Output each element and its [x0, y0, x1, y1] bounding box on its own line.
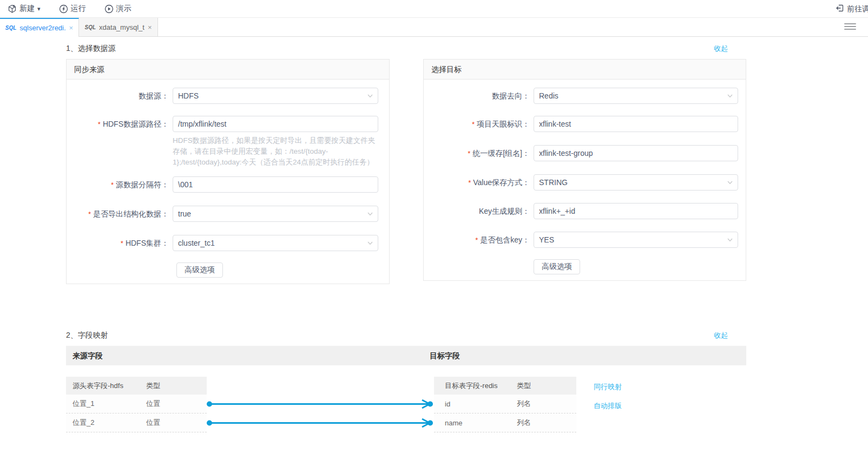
source-panel-title: 同步来源 — [67, 60, 389, 80]
target-fields-header: 目标字段 — [430, 346, 460, 365]
hdfs-cluster-select[interactable]: cluster_tc1 — [173, 235, 378, 251]
demo-button-label: 演示 — [116, 4, 131, 14]
datasource-select[interactable]: HDFS — [173, 88, 378, 104]
target-field-table: 目标表字段-redis 类型 id 列名 name 列名 — [434, 377, 576, 432]
field-label-value-save-mode: Value保存方式： — [424, 174, 534, 191]
structured-export-select-value: true — [178, 206, 191, 221]
enter-arrow-icon — [836, 4, 844, 14]
key-rule-input[interactable] — [534, 203, 738, 219]
target-field-type: 列名 — [517, 399, 531, 409]
target-table-header-row: 目标表字段-redis 类型 — [434, 377, 576, 395]
column-header: 目标表字段-redis — [434, 381, 517, 391]
same-row-map-link[interactable]: 同行映射 — [594, 382, 622, 392]
column-header: 源头表字段-hdfs — [66, 381, 146, 391]
hamburger-menu-icon[interactable] — [844, 23, 856, 31]
data-destination-select[interactable]: Redis — [534, 88, 738, 104]
tab-sqlserver2redis[interactable]: SQL sqlserver2redi. × — [0, 18, 79, 37]
mapping-arrow-lines[interactable] — [207, 377, 434, 432]
source-fields-header: 来源字段 — [73, 346, 103, 365]
chevron-down-icon — [726, 236, 734, 244]
auto-layout-link[interactable]: 自动排版 — [594, 401, 622, 411]
cube-icon — [8, 4, 17, 14]
value-save-mode-select-value: STRING — [539, 175, 568, 190]
section1-title: 1、选择数据源 — [66, 44, 116, 54]
field-label-cache-group: 统一缓存[组名]： — [424, 145, 534, 162]
include-key-select[interactable]: YES — [534, 232, 738, 248]
source-field-name: 位置_1 — [66, 399, 146, 409]
tab-xdata-mysql[interactable]: SQL xdata_mysql_t × — [79, 18, 158, 36]
hdfs-path-input[interactable] — [173, 116, 378, 132]
field-label-hdfs-cluster: HDFS集群： — [67, 235, 173, 252]
target-advanced-options-button[interactable]: 高级选项 — [534, 259, 580, 274]
target-panel-title: 选择目标 — [424, 60, 746, 80]
field-label-structured-export: 是否导出结构化数据： — [67, 206, 173, 222]
field-label-hdfs-path: HDFS数据源路径： — [67, 116, 173, 168]
cache-group-input[interactable] — [534, 145, 738, 161]
column-header: 类型 — [517, 381, 531, 391]
field-mapping-area: 源头表字段-hdfs 类型 位置_1 位置 位置_2 位置 — [66, 377, 868, 432]
mapping-header-bar: 来源字段 目标字段 — [66, 346, 746, 365]
chevron-down-icon — [366, 239, 374, 247]
close-icon[interactable]: × — [69, 24, 74, 31]
table-row[interactable]: 位置_1 位置 — [66, 395, 207, 413]
chevron-down-icon — [726, 92, 734, 100]
datasource-select-value: HDFS — [178, 88, 199, 103]
section1-header: 1、选择数据源 收起 — [66, 44, 746, 54]
run-button[interactable]: 运行 — [59, 4, 86, 14]
source-field-type: 位置 — [146, 399, 160, 409]
hdfs-path-help-text: HDFS数据源路径，如果是按天定时导出，且需要按天建文件夹存储，请在目录中使用宏… — [173, 135, 378, 168]
tab-label: xdata_mysql_t — [99, 23, 144, 31]
mapping-actions: 同行映射 自动排版 — [594, 377, 622, 420]
source-field-table: 源头表字段-hdfs 类型 位置_1 位置 位置_2 位置 — [66, 377, 207, 432]
play-circle-icon — [104, 4, 114, 14]
main-content: 1、选择数据源 收起 同步来源 数据源： HDFS HDFS数据源路径： — [0, 37, 868, 432]
section2-title: 2、字段映射 — [66, 331, 108, 340]
table-row[interactable]: name 列名 — [434, 413, 576, 432]
goto-link[interactable]: 前往调 — [836, 0, 868, 18]
section1-collapse-link[interactable]: 收起 — [714, 44, 728, 54]
value-save-mode-select[interactable]: STRING — [534, 174, 738, 191]
source-advanced-options-button[interactable]: 高级选项 — [176, 262, 223, 278]
section2-header: 2、字段映射 收起 — [66, 331, 746, 340]
delimiter-input[interactable] — [173, 176, 378, 193]
field-label-data-destination: 数据去向： — [424, 88, 534, 104]
sql-badge: SQL — [5, 25, 17, 31]
target-field-name: id — [434, 400, 517, 408]
data-destination-select-value: Redis — [539, 88, 558, 103]
include-key-select-value: YES — [539, 232, 554, 247]
close-icon[interactable]: × — [148, 24, 152, 31]
field-label-project-id: 项目天眼标识： — [424, 116, 534, 133]
run-button-label: 运行 — [71, 4, 86, 14]
field-label-delimiter: 源数据分隔符： — [67, 176, 173, 193]
project-id-input[interactable] — [534, 116, 738, 132]
sql-badge: SQL — [85, 24, 96, 30]
chevron-down-icon — [726, 179, 734, 186]
table-row[interactable]: id 列名 — [434, 395, 576, 413]
structured-export-select[interactable]: true — [173, 206, 378, 222]
chevron-down-icon: ▾ — [37, 5, 41, 12]
field-label-include-key: 是否包含key： — [424, 232, 534, 248]
top-toolbar: 新建 ▾ 运行 演示 前往调 — [0, 0, 868, 18]
target-field-type: 列名 — [517, 418, 531, 428]
mapping-connector-zone — [207, 377, 434, 432]
source-field-type: 位置 — [146, 418, 160, 428]
tab-label: sqlserver2redi. — [19, 24, 65, 32]
hdfs-cluster-select-value: cluster_tc1 — [178, 235, 215, 251]
section2-collapse-link[interactable]: 收起 — [714, 331, 728, 340]
editor-tabbar: SQL sqlserver2redi. × SQL xdata_mysql_t … — [0, 18, 868, 37]
target-field-name: name — [434, 419, 517, 427]
table-row[interactable]: 位置_2 位置 — [66, 413, 207, 432]
select-target-panel: 选择目标 数据去向： Redis 项目天眼标识： 统一缓存[组名]： — [423, 59, 746, 281]
new-button-label: 新建 — [19, 4, 35, 14]
field-label-datasource: 数据源： — [67, 88, 173, 104]
chevron-down-icon — [366, 210, 374, 218]
new-button[interactable]: 新建 ▾ — [8, 4, 41, 14]
chevron-down-icon — [366, 92, 374, 100]
sync-source-panel: 同步来源 数据源： HDFS HDFS数据源路径： HDFS数据源路径，如果是按… — [66, 59, 390, 284]
run-lightning-icon — [59, 4, 68, 14]
source-field-name: 位置_2 — [66, 418, 146, 428]
goto-link-label: 前往调 — [847, 4, 868, 14]
source-table-header-row: 源头表字段-hdfs 类型 — [66, 377, 207, 395]
demo-button[interactable]: 演示 — [104, 4, 131, 14]
column-header: 类型 — [146, 381, 160, 391]
